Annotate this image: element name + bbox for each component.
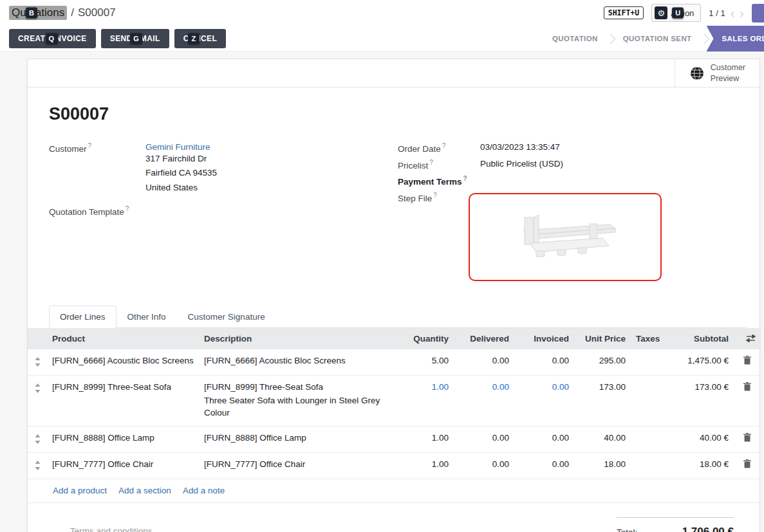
unit-price-cell[interactable]: 18.00 (574, 452, 631, 479)
delivered-cell[interactable]: 0.00 (454, 375, 514, 426)
column-header-taxes: Taxes (631, 328, 666, 349)
action-menu-button[interactable]: ⚙ Action U (651, 4, 701, 22)
drag-handle-icon[interactable] (28, 349, 47, 376)
product-cell[interactable]: [FURN_7777] Office Chair (47, 452, 199, 479)
action-bar: CREATE INVOICE Q SEND EMAIL G CANCEL Z Q… (0, 26, 764, 52)
close-button[interactable]: Cl (752, 4, 764, 23)
order-line-row[interactable]: [FURN_6666] Acoustic Bloc Screens [FURN_… (28, 349, 761, 376)
subtotal-cell: 40.00 € (666, 426, 734, 452)
delete-line-button[interactable] (734, 452, 761, 479)
shortcut-badge-g: G (130, 33, 142, 44)
topbar-right-tools: SHIFT+U ⚙ Action U 1 / 1 ‹ › Cl (604, 4, 764, 23)
taxes-cell[interactable] (631, 349, 666, 376)
form-action-buttons: CREATE INVOICE Q SEND EMAIL G CANCEL Z (0, 26, 226, 51)
unit-price-cell[interactable]: 295.00 (574, 349, 631, 376)
description-cell[interactable]: [FURN_6666] Acoustic Bloc Screens (199, 349, 396, 376)
invoiced-cell[interactable]: 0.00 (514, 375, 574, 426)
step-file-image[interactable] (469, 193, 662, 281)
sheet-body: S00007 Customer? Gemini Furniture 317 Fa… (28, 87, 759, 532)
status-step-quotation-sent[interactable]: QUOTATION SENT (613, 26, 702, 51)
drag-handle-icon[interactable] (28, 452, 47, 479)
shortcut-badge-b: B (26, 8, 37, 19)
content-area: Customer Preview S00007 Customer? Gemini… (0, 53, 764, 532)
customer-link[interactable]: Gemini Furniture (145, 142, 210, 152)
column-header-quantity: Quantity (396, 328, 454, 349)
terms-and-conditions-field[interactable]: Terms and conditions... (70, 517, 160, 532)
taxes-cell[interactable] (631, 452, 666, 479)
delete-line-button[interactable] (734, 349, 761, 376)
status-step-quotation[interactable]: QUOTATION (542, 26, 608, 51)
help-icon: ? (463, 175, 467, 182)
pager-previous-icon[interactable]: ‹ (731, 6, 735, 19)
record-pager: 1 / 1 ‹ › (709, 6, 744, 19)
add-product-link[interactable]: Add a product (53, 486, 107, 495)
field-groups: Customer? Gemini Furniture 317 Fairchild… (49, 142, 747, 286)
invoiced-cell[interactable]: 0.00 (514, 426, 574, 452)
column-header-description: Description (199, 328, 396, 349)
quantity-cell[interactable]: 5.00 (396, 349, 454, 376)
field-column-left: Customer? Gemini Furniture 317 Fairchild… (49, 142, 398, 286)
order-line-row[interactable]: [FURN_7777] Office Chair [FURN_7777] Off… (28, 452, 761, 479)
description-cell[interactable]: [FURN_8888] Office Lamp (199, 426, 396, 452)
delivered-cell[interactable]: 0.00 (454, 349, 514, 376)
add-note-link[interactable]: Add a note (183, 486, 225, 495)
cancel-button[interactable]: CANCEL Z (174, 29, 226, 48)
page-title: S00007 (49, 104, 747, 124)
drag-handle-icon[interactable] (28, 375, 47, 426)
globe-icon (689, 66, 705, 81)
delivered-cell[interactable]: 0.00 (454, 452, 514, 479)
column-header-invoiced: Invoiced (514, 328, 574, 349)
pager-value: 1 / 1 (709, 8, 725, 18)
invoiced-cell[interactable]: 0.00 (514, 452, 574, 479)
delete-line-button[interactable] (734, 375, 761, 426)
order-date-field[interactable]: 03/03/2023 13:35:47 (480, 142, 560, 154)
pricelist-field-label: Pricelist? (398, 159, 480, 170)
add-section-link[interactable]: Add a section (118, 486, 171, 495)
tab-other-info[interactable]: Other Info (116, 306, 177, 328)
customer-address: 317 Fairchild Dr Fairfield CA 94535 Unit… (145, 152, 217, 195)
product-cell[interactable]: [FURN_8999] Three-Seat Sofa (47, 375, 199, 426)
breadcrumb-parent-label: Quotations (12, 6, 64, 19)
product-cell[interactable]: [FURN_8888] Office Lamp (47, 426, 199, 452)
description-cell[interactable]: [FURN_8999] Three-Seat Sofa Three Seater… (199, 375, 396, 426)
customer-preview-button[interactable]: Customer Preview (675, 59, 759, 87)
field-column-right: Order Date? 03/03/2023 13:35:47 Pricelis… (398, 142, 747, 286)
invoiced-cell[interactable]: 0.00 (514, 349, 574, 376)
status-step-sales-order[interactable]: SALES ORDER (707, 26, 764, 51)
pricelist-field[interactable]: Public Pricelist (USD) (480, 159, 563, 170)
pager-next-icon[interactable]: › (740, 6, 744, 19)
product-cell[interactable]: [FURN_6666] Acoustic Bloc Screens (47, 349, 199, 376)
drag-handle-icon[interactable] (28, 426, 47, 452)
quantity-cell[interactable]: 1.00 (396, 452, 454, 479)
description-cell[interactable]: [FURN_7777] Office Chair (199, 452, 396, 479)
delivered-cell[interactable]: 0.00 (454, 426, 514, 452)
total-summary: Total: 1,706.00 € (617, 517, 734, 532)
breadcrumb-separator: / (71, 6, 74, 19)
column-header-unit-price: Unit Price (574, 328, 631, 349)
quantity-cell[interactable]: 1.00 (396, 426, 454, 452)
delete-line-button[interactable] (734, 426, 761, 452)
breadcrumb-current: S00007 (78, 6, 116, 19)
order-line-row[interactable]: [FURN_8888] Office Lamp [FURN_8888] Offi… (28, 426, 761, 452)
sheet-footer: Terms and conditions... Total: 1,706.00 … (49, 503, 747, 532)
taxes-cell[interactable] (631, 375, 666, 426)
customer-field-label: Customer? (49, 142, 145, 195)
step-file-3d-render (507, 205, 623, 269)
optional-columns-header (734, 328, 761, 349)
send-email-button[interactable]: SEND EMAIL G (101, 29, 169, 48)
unit-price-cell[interactable]: 40.00 (574, 426, 631, 452)
tab-order-lines[interactable]: Order Lines (49, 306, 116, 328)
unit-price-cell[interactable]: 173.00 (574, 375, 631, 426)
taxes-cell[interactable] (631, 426, 666, 452)
order-date-field-label: Order Date? (398, 142, 480, 154)
tab-customer-signature[interactable]: Customer Signature (177, 306, 276, 328)
order-line-row[interactable]: [FURN_8999] Three-Seat Sofa [FURN_8999] … (28, 375, 761, 426)
column-header-subtotal: Subtotal (666, 328, 734, 349)
quantity-cell[interactable]: 1.00 (396, 375, 454, 426)
help-icon: ? (126, 205, 129, 212)
create-invoice-button[interactable]: CREATE INVOICE Q (9, 29, 96, 48)
column-header-product: Product (47, 328, 199, 349)
breadcrumb-quotations-link[interactable]: Quotations B (9, 6, 67, 20)
step-file-field-label: Step File? (398, 192, 469, 281)
optional-columns-icon[interactable] (746, 335, 756, 342)
